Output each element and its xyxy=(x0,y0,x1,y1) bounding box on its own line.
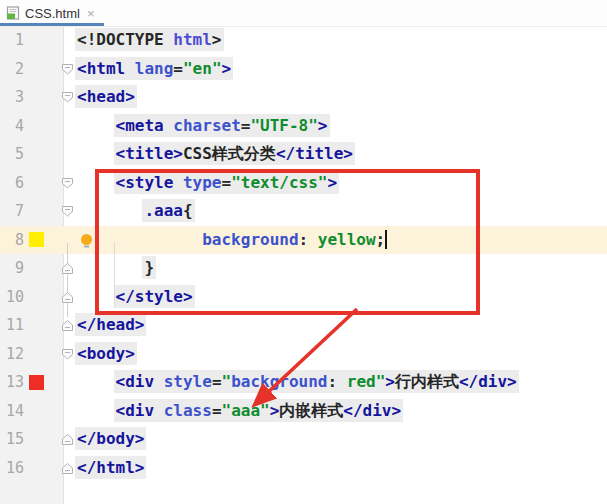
code-text: <title>CSS样式分类</title> xyxy=(75,140,607,169)
code-text: <!DOCTYPE html> xyxy=(75,26,607,55)
code-line[interactable]: 10</style> xyxy=(0,283,607,312)
fold-down-icon[interactable] xyxy=(61,205,74,218)
code-text: <meta charset="UTF-8"> xyxy=(75,112,607,141)
line-number: 15 xyxy=(0,425,24,454)
code-line[interactable]: 16</html> xyxy=(0,454,607,483)
line-number: 16 xyxy=(0,454,24,483)
code-line[interactable]: 11</head> xyxy=(0,311,607,340)
code-text: </style> xyxy=(75,283,607,312)
code-line[interactable]: 2<html lang="en"> xyxy=(0,55,607,84)
line-number: 8 xyxy=(0,226,24,255)
code-line[interactable]: 15</body> xyxy=(0,425,607,454)
line-number: 12 xyxy=(0,340,24,369)
tab-css-html[interactable]: CSS.html × xyxy=(0,0,104,26)
fold-up-icon[interactable] xyxy=(61,262,74,275)
fold-down-icon[interactable] xyxy=(61,63,74,76)
line-number: 9 xyxy=(0,254,24,283)
line-number: 10 xyxy=(0,283,24,312)
tab-bar: CSS.html × xyxy=(0,0,607,27)
fold-up-icon[interactable] xyxy=(61,291,74,304)
code-text: <body> xyxy=(75,340,607,369)
code-text: </head> xyxy=(75,311,607,340)
line-number: 11 xyxy=(0,311,24,340)
code-text: } xyxy=(75,254,607,283)
tab-close-icon[interactable]: × xyxy=(87,7,95,20)
line-number: 5 xyxy=(0,140,24,169)
fold-down-icon[interactable] xyxy=(61,91,74,104)
line-number: 14 xyxy=(0,397,24,426)
indent-guide-line xyxy=(114,242,115,308)
code-text: </body> xyxy=(75,425,607,454)
yellow-color-swatch-icon[interactable] xyxy=(29,232,44,247)
code-line[interactable]: 14<div class="aaa">内嵌样式</div> xyxy=(0,397,607,426)
line-number: 7 xyxy=(0,197,24,226)
line-number: 13 xyxy=(0,368,24,397)
code-line[interactable]: 1<!DOCTYPE html> xyxy=(0,26,607,55)
code-text: <style type="text/css"> xyxy=(75,169,607,198)
code-text: </html> xyxy=(75,454,607,483)
ide-window: { "window": { "tab": { "title": "CSS.htm… xyxy=(0,0,607,504)
code-line[interactable]: 6<style type="text/css"> xyxy=(0,169,607,198)
intention-bulb-icon[interactable] xyxy=(80,231,93,260)
code-text: <html lang="en"> xyxy=(75,55,607,84)
code-line[interactable]: 3<head> xyxy=(0,83,607,112)
code-line[interactable]: 8background: yellow; xyxy=(0,226,607,255)
fold-down-icon[interactable] xyxy=(61,348,74,361)
line-number: 3 xyxy=(0,83,24,112)
code-text: <head> xyxy=(75,83,607,112)
tab-title: CSS.html xyxy=(25,6,80,21)
text-caret xyxy=(385,230,387,249)
line-number: 4 xyxy=(0,112,24,141)
fold-down-icon[interactable] xyxy=(61,177,74,190)
line-number: 2 xyxy=(0,55,24,84)
code-text: <div class="aaa">内嵌样式</div> xyxy=(75,397,607,426)
fold-up-icon[interactable] xyxy=(61,462,74,475)
line-number: 1 xyxy=(0,26,24,55)
fold-up-icon[interactable] xyxy=(61,433,74,446)
code-text: background: yellow; xyxy=(75,226,607,255)
code-line[interactable]: 7.aaa{ xyxy=(0,197,607,226)
code-lines[interactable]: 1<!DOCTYPE html>2<html lang="en">3<head>… xyxy=(0,26,607,482)
fold-scope-line xyxy=(67,243,68,317)
code-line[interactable]: 12<body> xyxy=(0,340,607,369)
code-line[interactable]: 13<div style="background: red">行内样式</div… xyxy=(0,368,607,397)
line-number: 6 xyxy=(0,169,24,198)
red-color-swatch-icon[interactable] xyxy=(29,375,44,390)
code-text: .aaa{ xyxy=(75,197,607,226)
code-text: <div style="background: red">行内样式</div> xyxy=(75,368,607,397)
active-tab-underline xyxy=(0,23,104,26)
fold-up-icon[interactable] xyxy=(61,319,74,332)
code-line[interactable]: 4<meta charset="UTF-8"> xyxy=(0,112,607,141)
code-line[interactable]: 5<title>CSS样式分类</title> xyxy=(0,140,607,169)
html-file-icon xyxy=(6,6,20,20)
